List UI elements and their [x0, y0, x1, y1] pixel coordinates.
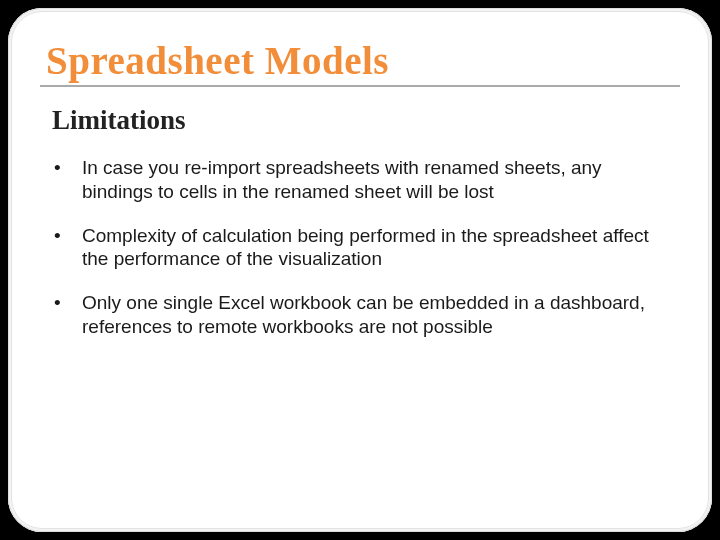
bullet-text: Complexity of calculation being performe… [82, 224, 674, 272]
bullet-icon: • [52, 291, 82, 315]
slide-subtitle: Limitations [52, 105, 674, 136]
slide-frame: Spreadsheet Models Limitations • In case… [8, 8, 712, 532]
list-item: • In case you re-import spreadsheets wit… [52, 156, 674, 204]
list-item: • Only one single Excel workbook can be … [52, 291, 674, 339]
list-item: • Complexity of calculation being perfor… [52, 224, 674, 272]
bullet-icon: • [52, 156, 82, 180]
title-underline [40, 85, 680, 87]
bullet-text: Only one single Excel workbook can be em… [82, 291, 674, 339]
bullet-icon: • [52, 224, 82, 248]
slide-title: Spreadsheet Models [46, 38, 674, 83]
bullet-list: • In case you re-import spreadsheets wit… [52, 156, 674, 339]
bullet-text: In case you re-import spreadsheets with … [82, 156, 674, 204]
